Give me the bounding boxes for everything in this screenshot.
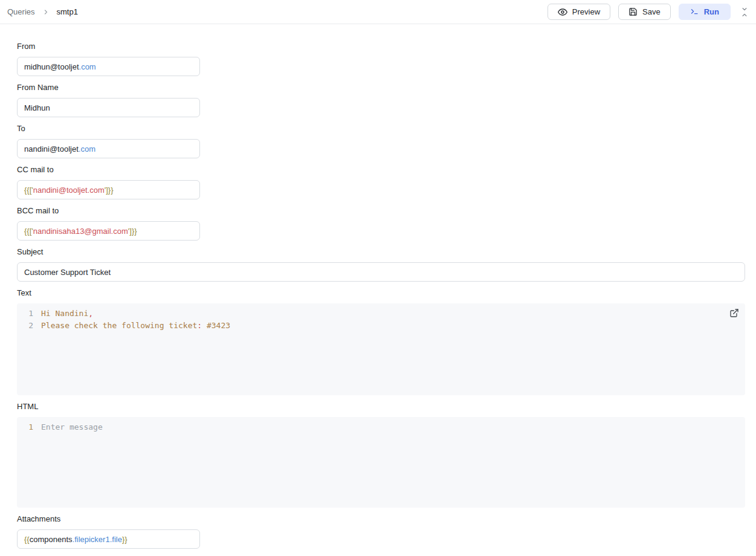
- query-editor-header: Queries smtp1 Preview Save Run: [0, 0, 756, 24]
- code-line: 2Please check the following ticket: #342…: [17, 320, 745, 332]
- from-value-suffix: .com: [79, 62, 96, 71]
- to-label: To: [17, 124, 745, 133]
- cc-field: CC mail to {{['nandini@tooljet.com']}}: [17, 166, 745, 199]
- subject-label: Subject: [17, 248, 745, 256]
- subject-value: Customer Support Ticket: [24, 268, 111, 277]
- attachments-label: Attachments: [17, 515, 745, 523]
- code-text: Hi Nandini: [41, 308, 88, 320]
- code-punctuation: :: [197, 320, 202, 332]
- attachments-close-braces: }}: [122, 535, 128, 544]
- from-value: midhun@tooljet: [24, 62, 79, 71]
- code-text: Please check the following ticket: [41, 320, 197, 332]
- text-field: Text 1Hi Nandini, 2Please check the foll…: [17, 289, 745, 395]
- header-actions: Preview Save Run: [548, 4, 750, 20]
- preview-button-label: Preview: [572, 7, 600, 16]
- attachments-base: components: [30, 535, 73, 544]
- cc-value: nandini@tooljet.com: [33, 186, 105, 195]
- collapse-panel-button[interactable]: [739, 6, 750, 18]
- smtp-query-form: From midhun@tooljet.com From Name Midhun…: [0, 24, 756, 549]
- cc-input[interactable]: {{['nandini@tooljet.com']}}: [17, 180, 200, 199]
- from-name-label: From Name: [17, 83, 745, 92]
- bcc-value: nandinisaha13@gmail.com: [33, 227, 128, 236]
- open-in-new-window-icon: [729, 308, 739, 318]
- cc-label: CC mail to: [17, 166, 745, 174]
- save-icon: [628, 7, 638, 16]
- chevron-right-icon: [42, 8, 50, 16]
- subject-field: Subject Customer Support Ticket: [17, 248, 745, 282]
- bcc-close-braces: ']}}: [128, 227, 137, 236]
- save-button[interactable]: Save: [618, 4, 671, 20]
- attachments-open-braces: {{: [24, 535, 30, 544]
- html-editor-placeholder: Enter message: [41, 421, 103, 433]
- preview-button[interactable]: Preview: [548, 4, 610, 20]
- from-label: From: [17, 42, 745, 51]
- to-value-suffix: .com: [79, 144, 95, 154]
- breadcrumb-current-query-name: smtp1: [57, 7, 78, 16]
- expand-editor-button[interactable]: [729, 308, 739, 318]
- line-number: 2: [17, 320, 41, 332]
- html-label: HTML: [17, 402, 745, 411]
- breadcrumb: Queries smtp1: [7, 7, 78, 16]
- cc-close-braces: ']}}: [105, 186, 114, 195]
- line-number: 1: [17, 421, 41, 433]
- text-label: Text: [17, 289, 745, 297]
- run-button-label: Run: [704, 7, 719, 16]
- text-code-editor[interactable]: 1Hi Nandini, 2Please check the following…: [17, 303, 745, 395]
- html-field: HTML 1Enter message: [17, 402, 745, 508]
- breadcrumb-queries-link[interactable]: Queries: [7, 7, 35, 16]
- bcc-label: BCC mail to: [17, 207, 745, 215]
- attachments-props: .filepicker1.file: [73, 535, 122, 544]
- attachments-field: Attachments {{components.filepicker1.fil…: [17, 515, 745, 549]
- code-punctuation: ,: [88, 308, 93, 320]
- eye-icon: [558, 7, 567, 17]
- cc-open-braces: {{[': [24, 186, 33, 195]
- from-name-field: From Name Midhun: [17, 83, 745, 117]
- bcc-input[interactable]: {{['nandinisaha13@gmail.com']}}: [17, 221, 200, 241]
- code-text: #3423: [202, 320, 230, 332]
- code-line: 1Enter message: [17, 421, 745, 433]
- from-name-value: Midhun: [24, 103, 50, 112]
- to-field: To nandini@tooljet.com: [17, 124, 745, 158]
- from-input[interactable]: midhun@tooljet.com: [17, 57, 200, 76]
- html-code-editor[interactable]: 1Enter message: [17, 417, 745, 508]
- attachments-input[interactable]: {{components.filepicker1.file}}: [17, 529, 200, 549]
- bcc-open-braces: {{[': [24, 227, 33, 236]
- terminal-icon: [690, 7, 699, 16]
- line-number: 1: [17, 308, 41, 320]
- save-button-label: Save: [642, 7, 661, 16]
- subject-input[interactable]: Customer Support Ticket: [17, 262, 745, 282]
- to-input[interactable]: nandini@tooljet.com: [17, 139, 200, 158]
- run-button[interactable]: Run: [679, 4, 731, 20]
- bcc-field: BCC mail to {{['nandinisaha13@gmail.com'…: [17, 207, 745, 241]
- collapse-vertical-icon: [740, 7, 749, 17]
- code-line: 1Hi Nandini,: [17, 308, 745, 320]
- from-field: From midhun@tooljet.com: [17, 42, 745, 76]
- from-name-input[interactable]: Midhun: [17, 98, 200, 117]
- to-value: nandini@tooljet: [24, 144, 79, 154]
